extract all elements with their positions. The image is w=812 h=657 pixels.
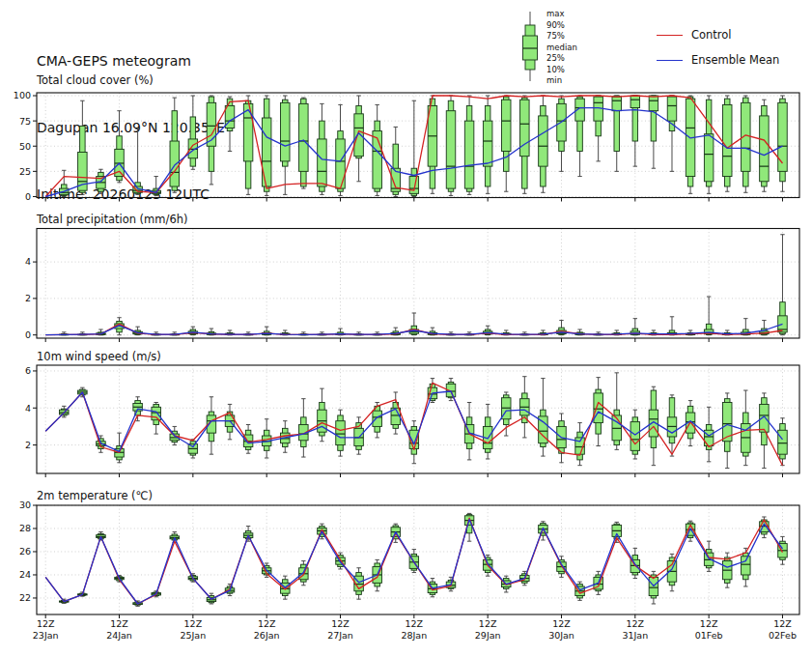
- x-tick-label-hour: 12Z: [627, 618, 645, 629]
- y-tick-label: 28: [19, 523, 31, 533]
- y-tick-label: 4: [25, 403, 31, 414]
- box-whisker: [483, 96, 492, 193]
- y-tick-label: 2: [25, 440, 31, 450]
- box-whisker: [594, 96, 603, 161]
- box-whisker: [704, 96, 714, 193]
- box-whisker: [778, 235, 788, 335]
- y-tick-label: 50: [19, 141, 31, 152]
- box-whisker: [446, 96, 456, 195]
- box-whisker: [667, 96, 677, 171]
- box-whisker: [188, 327, 198, 335]
- x-tick-label-date: 31Jan: [622, 630, 648, 641]
- box-whisker: [649, 96, 658, 168]
- box-whisker: [760, 393, 770, 469]
- box-whisker: [539, 96, 548, 192]
- x-tick-label-hour: 12Z: [773, 618, 792, 629]
- x-tick-label-date: 01Feb: [695, 630, 723, 641]
- x-tick-label-date: 29Jan: [475, 630, 501, 641]
- y-tick-label: 25: [19, 166, 31, 177]
- box-whisker: [630, 319, 640, 335]
- box-whisker: [778, 96, 788, 191]
- panel-wind-speed-10m: 246: [25, 365, 799, 477]
- x-tick-label-hour: 12Z: [552, 618, 571, 629]
- box-whisker: [336, 104, 346, 195]
- box-whisker: [704, 297, 714, 335]
- y-tick-label: 75: [19, 116, 31, 127]
- x-tick-label-date: 30Jan: [548, 630, 574, 641]
- x-tick-label-hour: 12Z: [406, 618, 424, 629]
- x-tick-label-date: 24Jan: [106, 630, 132, 641]
- x-tick-label-date: 23Jan: [33, 630, 59, 641]
- y-tick-label: 100: [14, 90, 31, 100]
- box-whisker: [686, 96, 695, 193]
- x-tick-label-date: 28Jan: [401, 630, 427, 641]
- box-whisker: [115, 433, 125, 463]
- box-whisker: [464, 96, 474, 194]
- x-tick-label-hour: 12Z: [184, 618, 203, 629]
- x-tick-label-hour: 12Z: [479, 618, 497, 629]
- x-tick-label-hour: 12Z: [110, 618, 128, 629]
- x-tick-label-date: 25Jan: [180, 630, 206, 641]
- box-whisker: [630, 96, 640, 166]
- box-whisker: [409, 100, 419, 196]
- panel-total-precipitation: 024: [25, 229, 799, 343]
- box-whisker: [502, 96, 512, 191]
- box-whisker: [557, 96, 567, 171]
- y-tick-label: 4: [25, 256, 31, 267]
- box-whisker: [722, 393, 732, 469]
- box-whisker: [539, 379, 548, 456]
- box-whisker: [299, 399, 309, 457]
- box-whisker: [318, 388, 327, 442]
- x-tick-label-date: 27Jan: [327, 630, 353, 641]
- y-tick-label: 24: [19, 569, 31, 580]
- box-whisker: [409, 313, 419, 335]
- box-whisker: [760, 100, 770, 191]
- y-tick-label: 26: [19, 546, 31, 557]
- box-whisker: [336, 410, 346, 456]
- box-whisker: [667, 317, 677, 335]
- box-whisker: [742, 96, 751, 192]
- y-tick-label: 30: [19, 500, 31, 510]
- panel-total-cloud-cover: 0255075100: [14, 90, 799, 201]
- x-tick-label-date: 26Jan: [254, 630, 280, 641]
- y-tick-label: 22: [19, 592, 31, 603]
- panel-temperature-2m: 222426283012Z23Jan12Z24Jan12Z25Jan12Z26J…: [19, 500, 799, 641]
- box-whisker: [520, 377, 530, 438]
- box-whisker: [152, 403, 161, 435]
- box-whisker: [170, 98, 180, 192]
- x-tick-label-hour: 12Z: [700, 618, 718, 629]
- box-whisker: [262, 96, 271, 195]
- y-tick-label: 0: [25, 191, 31, 202]
- x-tick-label-date: 02Feb: [769, 630, 797, 641]
- x-tick-label-hour: 12Z: [37, 618, 55, 629]
- box-whisker: [373, 104, 382, 195]
- box-whisker: [667, 395, 677, 456]
- box-whisker: [778, 536, 788, 564]
- box-whisker: [409, 550, 419, 573]
- y-tick-label: 6: [25, 365, 31, 376]
- box-whisker: [243, 527, 252, 542]
- meteogram-chart: 0255075100024246222426283012Z23Jan12Z24J…: [0, 0, 812, 657]
- box-whisker: [502, 392, 512, 436]
- box-whisker: [483, 404, 492, 459]
- box-whisker: [575, 423, 585, 466]
- y-tick-label: 0: [25, 329, 31, 340]
- box-whisker: [318, 103, 327, 194]
- box-whisker: [78, 100, 88, 194]
- box-whisker: [428, 379, 437, 403]
- box-whisker: [612, 96, 622, 171]
- box-whisker: [391, 392, 401, 434]
- y-tick-label: 2: [25, 293, 31, 303]
- box-whisker: [464, 403, 474, 460]
- box-whisker: [188, 96, 198, 169]
- box-whisker: [612, 373, 622, 450]
- x-tick-label-hour: 12Z: [258, 618, 276, 629]
- x-tick-label-hour: 12Z: [331, 618, 350, 629]
- meteogram-page: CMA-GEPS meteogram Dagupan 16.09°N 120.3…: [0, 0, 812, 657]
